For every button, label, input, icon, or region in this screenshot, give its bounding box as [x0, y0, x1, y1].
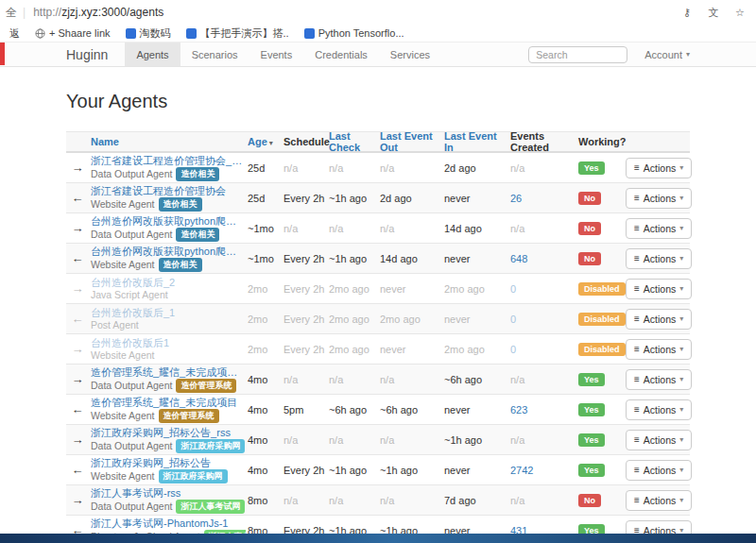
actions-button[interactable]: ≡Actions▾ [626, 460, 692, 481]
agent-name-link[interactable]: 造价管理系统_耀信_未完成项目 [91, 397, 244, 409]
nav-item-services[interactable]: Services [379, 42, 441, 66]
working-status-badge: Disabled [578, 343, 626, 356]
agent-name-link[interactable]: 造价管理系统_耀信_未完成项目_rss [91, 366, 244, 379]
bookmark-favicon [186, 28, 197, 39]
agent-type-label: Data Output Agent [91, 440, 172, 451]
scenario-badge[interactable]: 造价相关 [176, 168, 219, 179]
actions-button[interactable]: ≡Actions▾ [626, 339, 692, 360]
menu-icon: ≡ [634, 162, 640, 173]
bookmark-star-icon[interactable]: ☆ [733, 6, 747, 19]
agent-name-link[interactable]: 浙江人事考试网-PhantomJs-1 [91, 518, 244, 530]
age-cell: 8mo [246, 495, 282, 506]
actions-button[interactable]: ≡Actions▾ [626, 399, 692, 420]
column-header-last-check[interactable]: Last Check [327, 130, 378, 153]
scenario-badge[interactable]: 浙江人事考试网 [176, 501, 245, 512]
working-status-badge: No [578, 252, 601, 265]
last-event-out-cell: n/a [378, 495, 442, 506]
actions-button[interactable]: ≡Actions▾ [626, 158, 692, 178]
table-row: ← 造价管理系统_耀信_未完成项目 Website Agent造价管理系统 4m… [66, 395, 690, 425]
scenario-badge[interactable]: 造价相关 [159, 198, 202, 210]
agent-name-link[interactable]: 台州造价改版后1 [91, 337, 244, 349]
nav-item-agents[interactable]: Agents [125, 42, 180, 66]
agent-name-link[interactable]: 台州造价网改版获取python爬取的数据_rss [91, 215, 244, 228]
agent-name-link[interactable]: 浙江政府采购网_招标公告 [91, 457, 244, 469]
actions-button[interactable]: ≡Actions▾ [626, 248, 692, 269]
actions-button[interactable]: ≡Actions▾ [626, 430, 692, 450]
age-cell: 25d [246, 193, 282, 204]
last-check-cell: 2mo ago [327, 283, 378, 295]
agent-name-link[interactable]: 浙江省建设工程造价管理协会 [91, 185, 244, 197]
bookmark-item[interactable]: Python Tensorflo... [304, 27, 404, 39]
scenario-badge[interactable]: 浙江政府采购网 [159, 470, 228, 482]
agent-type-label: Website Agent [91, 198, 155, 210]
chevron-down-icon: ▾ [679, 194, 683, 202]
last-event-in-cell: 2mo ago [442, 283, 508, 295]
chevron-down-icon: ▾ [679, 435, 683, 444]
translate-icon[interactable]: 文 [707, 6, 720, 19]
agent-type-label: Data Output Agent [91, 380, 172, 391]
agent-name-link[interactable]: 台州造价网改版获取python爬取的数据 [91, 246, 244, 258]
column-header-last-event-out[interactable]: Last Event Out [378, 130, 442, 153]
events-count-link[interactable]: 2742 [510, 465, 533, 476]
agent-name-link[interactable]: 浙江政府采购网_招标公告_rss [91, 427, 244, 439]
actions-button[interactable]: ≡Actions▾ [626, 490, 692, 511]
nav-item-scenarios[interactable]: Scenarios [180, 42, 249, 66]
actions-button[interactable]: ≡Actions▾ [626, 309, 692, 330]
brand-huginn[interactable]: Huginn [66, 42, 108, 66]
events-count-link[interactable]: 0 [510, 283, 516, 295]
column-header-last-event-in[interactable]: Last Event In [442, 130, 508, 153]
events-count-link[interactable]: 26 [510, 193, 522, 204]
nav-item-credentials[interactable]: Credentials [303, 42, 379, 66]
nav-item-events[interactable]: Events [249, 42, 304, 66]
agent-type-label: Website Agent [91, 470, 155, 482]
column-header-age[interactable]: Age▾ [246, 136, 282, 147]
menu-icon: ≡ [634, 404, 640, 415]
actions-button[interactable]: ≡Actions▾ [626, 279, 692, 299]
scenario-badge[interactable]: 造价管理系统 [159, 410, 219, 421]
bookmark-item[interactable]: 返 [9, 26, 20, 41]
column-header-working-: Working? [576, 136, 624, 147]
scenario-badge[interactable]: 造价相关 [159, 259, 202, 270]
bookmark-item[interactable]: + Shaare link [35, 27, 111, 39]
working-status-badge: Yes [578, 403, 605, 416]
last-event-in-cell: never [442, 314, 508, 325]
menu-icon: ≡ [634, 223, 640, 233]
table-row: → 浙江省建设工程造价管理协会_rss Data Output Agent造价相… [66, 153, 690, 183]
key-icon[interactable]: ⚷ [680, 6, 694, 19]
agent-type-label: Data Output Agent [91, 501, 172, 512]
account-menu[interactable]: Account ▾ [644, 49, 690, 60]
table-row: → 浙江政府采购网_招标公告_rss Data Output Agent浙江政府… [66, 425, 690, 455]
working-status-badge: Yes [578, 464, 605, 477]
last-event-in-cell: 2d ago [442, 162, 508, 174]
events-count-link[interactable]: 623 [510, 404, 527, 416]
actions-button[interactable]: ≡Actions▾ [626, 369, 692, 390]
scenario-badge[interactable]: 造价管理系统 [176, 380, 236, 391]
bookmark-label: Python Tensorflo... [318, 27, 404, 39]
events-count-link[interactable]: 0 [510, 314, 516, 325]
last-event-in-cell: 7d ago [442, 495, 508, 506]
chevron-down-icon: ▾ [679, 224, 683, 232]
bookmark-item[interactable]: 淘数码 [126, 26, 171, 41]
table-row: → 台州造价网改版获取python爬取的数据_rss Data Output A… [66, 213, 690, 244]
events-count-link[interactable]: 0 [510, 344, 516, 355]
agent-name-link[interactable]: 台州造价改版后_2 [91, 277, 244, 289]
scenario-badge[interactable]: 浙江政府采购网 [176, 440, 245, 451]
bookmarks-bar: 返+ Shaare link淘数码【手把手演示】搭..Python Tensor… [0, 25, 756, 42]
actions-button[interactable]: ≡Actions▾ [626, 188, 692, 209]
actions-button[interactable]: ≡Actions▾ [626, 218, 692, 239]
agent-name-link[interactable]: 浙江省建设工程造价管理协会_rss [91, 155, 244, 167]
agent-name-link[interactable]: 浙江人事考试网-rss [91, 487, 244, 500]
search-input[interactable] [528, 46, 627, 63]
last-check-cell: ~1h ago [327, 465, 378, 476]
chevron-down-icon: ▾ [679, 163, 683, 172]
url-text[interactable]: http://zjzj.xyz:3000/agents [33, 6, 163, 19]
age-cell: 2mo [246, 314, 282, 325]
schedule-cell: n/a [282, 495, 327, 506]
agent-name-link[interactable]: 台州造价改版后_1 [91, 307, 244, 319]
scenario-badge[interactable]: 造价相关 [176, 229, 219, 240]
bookmark-item[interactable]: 【手把手演示】搭.. [186, 26, 289, 41]
events-count-link[interactable]: 648 [510, 253, 527, 264]
column-header-name[interactable]: Name [89, 136, 246, 147]
events-created-cell: 0 [508, 283, 576, 295]
schedule-cell: Every 2h [282, 344, 327, 355]
